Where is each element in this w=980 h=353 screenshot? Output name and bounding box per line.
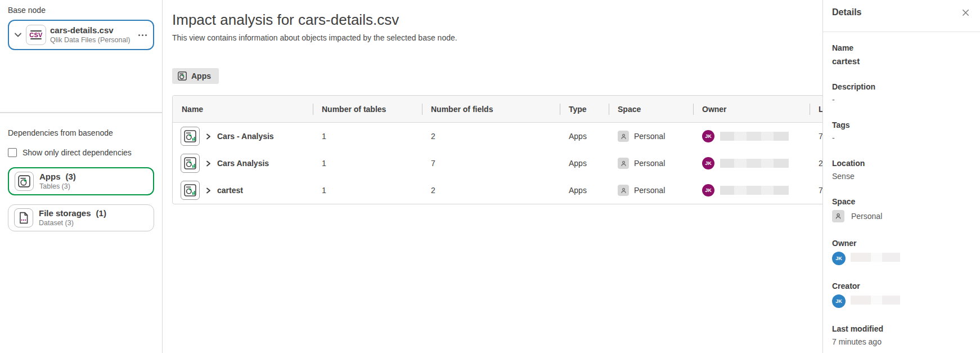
redacted-owner-name <box>720 132 789 141</box>
app-chart-bars-icon <box>181 181 200 200</box>
apps-card-title: Apps <box>39 172 61 182</box>
apps-card-count: (3) <box>66 172 76 182</box>
app-chart-icon <box>15 172 34 191</box>
row-tables: 1 <box>313 159 422 168</box>
close-icon[interactable] <box>960 7 971 18</box>
table-row[interactable]: Cars - Analysis 1 2 Apps Personal JK 7 <box>173 123 876 150</box>
person-icon <box>832 210 844 222</box>
details-panel: Details Name cartest Description - Tags … <box>822 0 980 353</box>
base-node-card[interactable]: CSV cars-details.csv Qlik Data Files (Pe… <box>8 20 154 50</box>
details-field-space: Space Personal <box>832 197 971 222</box>
field-label: Creator <box>832 281 971 291</box>
person-icon <box>618 131 629 142</box>
apps-filter-label: Apps <box>191 72 211 81</box>
base-node-label: Base node <box>8 6 154 15</box>
row-type: Apps <box>560 132 609 141</box>
sidebar-divider <box>0 112 162 113</box>
chevron-down-icon[interactable] <box>14 32 22 38</box>
row-name[interactable]: cartest <box>217 186 243 195</box>
file-storages-card-count: (1) <box>96 208 106 218</box>
sidebar-item-apps[interactable]: Apps (3) Tables (3) <box>8 167 154 195</box>
person-icon <box>618 158 629 169</box>
field-label: Space <box>832 197 971 206</box>
base-node-subtitle: Qlik Data Files (Personal) <box>50 35 130 44</box>
impact-table: Name Number of tables Number of fields T… <box>172 95 876 204</box>
chevron-right-icon[interactable] <box>205 160 212 167</box>
field-value: - <box>832 133 971 142</box>
row-space: Personal <box>634 132 665 141</box>
column-header-type[interactable]: Type <box>560 96 609 122</box>
dependencies-label: Dependencies from basenode <box>8 128 154 137</box>
row-type: Apps <box>560 186 609 195</box>
checkbox-label: Show only direct dependencies <box>23 148 132 157</box>
table-row[interactable]: cartest 1 2 Apps Personal JK 7 <box>173 177 876 204</box>
field-label: Location <box>832 159 971 168</box>
field-value: 7 minutes ago <box>832 337 971 346</box>
redacted-creator-name <box>851 296 900 307</box>
column-header-owner[interactable]: Owner <box>693 96 810 122</box>
app-chart-bars-icon <box>181 127 200 146</box>
redacted-owner-name <box>851 253 900 264</box>
field-label: Tags <box>832 120 971 129</box>
table-row[interactable]: Cars Analysis 1 7 Apps Personal JK 28 <box>173 150 876 177</box>
app-chart-icon <box>178 72 187 81</box>
checkbox[interactable] <box>8 148 17 157</box>
base-node-title: cars-details.csv <box>50 25 130 35</box>
field-label: Description <box>832 82 971 91</box>
row-type: Apps <box>560 159 609 168</box>
field-value: Sense <box>832 172 971 181</box>
field-value: cartest <box>832 56 971 66</box>
column-header-tables[interactable]: Number of tables <box>313 96 422 122</box>
row-space: Personal <box>634 186 665 195</box>
app-chart-bars-icon <box>181 154 200 173</box>
more-dots-icon[interactable] <box>137 32 148 38</box>
table-header: Name Number of tables Number of fields T… <box>173 96 876 123</box>
row-tables: 1 <box>313 186 422 195</box>
column-header-fields[interactable]: Number of fields <box>422 96 560 122</box>
file-ellipsis-icon <box>14 208 33 227</box>
details-field-last-modified: Last modified 7 minutes ago <box>832 324 971 346</box>
details-field-tags: Tags - <box>832 120 971 142</box>
row-tables: 1 <box>313 132 422 141</box>
row-fields: 2 <box>422 132 560 141</box>
field-value: Personal <box>851 212 882 221</box>
avatar: JK <box>832 294 846 308</box>
row-name[interactable]: Cars Analysis <box>217 159 269 168</box>
field-value: - <box>832 95 971 104</box>
sidebar: Base node CSV cars-details.csv Qlik Data… <box>0 0 163 353</box>
row-fields: 7 <box>422 159 560 168</box>
file-storages-card-title: File storages <box>39 208 91 218</box>
person-icon <box>618 185 629 196</box>
details-field-owner: Owner JK <box>832 239 971 265</box>
column-header-space[interactable]: Space <box>609 96 693 122</box>
column-header-name[interactable]: Name <box>173 96 313 122</box>
direct-dependencies-checkbox-row[interactable]: Show only direct dependencies <box>8 148 154 157</box>
row-space: Personal <box>634 159 665 168</box>
details-field-creator: Creator JK <box>832 281 971 308</box>
redacted-owner-name <box>720 159 789 168</box>
field-label: Name <box>832 43 971 52</box>
avatar: JK <box>702 130 714 142</box>
details-field-description: Description - <box>832 82 971 104</box>
details-field-name: Name cartest <box>832 43 971 66</box>
avatar: JK <box>702 157 714 169</box>
sidebar-item-file-storages[interactable]: File storages (1) Dataset (3) <box>8 204 154 231</box>
field-label: Last modified <box>832 324 971 333</box>
apps-card-subtitle: Tables (3) <box>39 182 76 191</box>
apps-filter-button[interactable]: Apps <box>172 68 219 84</box>
details-field-location: Location Sense <box>832 159 971 181</box>
avatar: JK <box>832 252 846 265</box>
row-fields: 2 <box>422 186 560 195</box>
chevron-right-icon[interactable] <box>205 187 212 194</box>
avatar: JK <box>702 184 714 196</box>
file-storages-card-subtitle: Dataset (3) <box>39 218 106 227</box>
csv-file-icon: CSV <box>26 25 46 45</box>
csv-icon-label: CSV <box>29 32 43 38</box>
chevron-right-icon[interactable] <box>205 133 212 140</box>
details-panel-title: Details <box>832 7 861 17</box>
row-name[interactable]: Cars - Analysis <box>217 132 274 141</box>
redacted-owner-name <box>720 186 789 195</box>
field-label: Owner <box>832 239 971 248</box>
